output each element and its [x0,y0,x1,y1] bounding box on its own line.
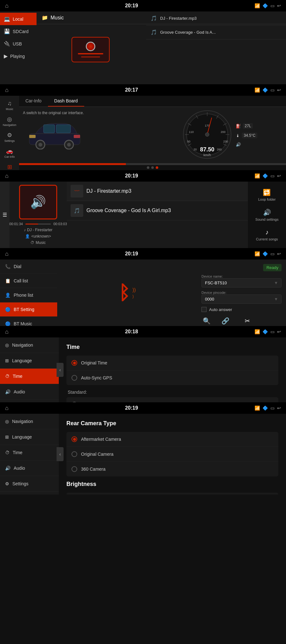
svg-rect-7 [29,135,36,138]
status-icons-1: 📶 🔷 ▭ ↩ [255,3,281,8]
settings-camera-content: Rear Camera Type Aftermarket Camera Orig… [59,414,286,495]
dot-2[interactable] [151,166,154,169]
settings-cam-audio-item[interactable]: 🔊 Audio [0,460,59,476]
bt-menu-btsetting[interactable]: 🔵 BT Setting [0,302,57,317]
nav-item-settings[interactable]: ⚙ Settings [0,130,19,144]
temp-value: 34.5°C [242,133,257,138]
playlist-panel: 〰 DJ - Firestarter.mp3 🎵 Groove Coverage… [67,182,248,248]
cam-time-label: Time [13,450,23,455]
settings-option-aftermarket[interactable]: Aftermarket Camera [66,432,278,447]
home-icon-4[interactable]: ⌂ [5,251,9,257]
home-icon-6[interactable]: ⌂ [5,405,9,412]
dot-1[interactable] [147,166,149,169]
file-item-1[interactable]: 🎵 Groove Coverage - God Is A... [146,25,286,39]
settings-option-auto-sync[interactable]: Auto-Sync GPS [66,370,278,385]
settings-lang-item[interactable]: ⊞ Language [0,353,59,369]
bt-device-name-text: FSC-BT510 [205,280,227,285]
bt-logo: ᛒ )) ) [119,282,136,304]
back-icon-3[interactable]: ↩ [277,173,281,178]
settings-option-original-camera[interactable]: Original Camera [66,447,278,462]
temp-control: 🌡 34.5°C [236,133,257,138]
sidebar-item-usb[interactable]: 🔌 USB [0,38,37,50]
bt-menu-calllist[interactable]: 📋 Call list [0,274,57,288]
bt-pin-scroll-icon: ▼ [274,297,278,301]
bt-menu-phonelist[interactable]: 👤 Phone list [0,288,57,302]
radio-aftermarket [72,436,77,442]
battery-icon-3: ▭ [270,173,275,178]
album-art-image: 🔊 [19,185,57,219]
back-icon-4[interactable]: ↩ [277,251,281,256]
svg-text:110: 110 [189,130,194,134]
settings-option-360-camera[interactable]: 360 Camera [66,462,278,476]
file-list: 🎵 DJ - Firestarter.mp3 🎵 Groove Coverage… [146,11,286,84]
speaker-icon: 🔊 [236,142,241,147]
loop-folder-control[interactable]: 🔁 Loop folder [258,189,276,201]
home-icon-3[interactable]: ⌂ [5,173,9,179]
sidebar-item-sdcard[interactable]: 💾 SDCard [0,25,37,38]
settings-collapse-button[interactable]: ‹ [57,363,64,377]
cam-nav-label: Navigation [12,419,33,424]
back-icon-5[interactable]: ↩ [277,329,281,334]
settings-camera-body: ◎ Navigation ⊞ Language ⏱ Time 🔊 Audio ⚙… [0,414,286,495]
fuel-value: 27L [243,123,253,129]
dot-3[interactable] [156,166,158,169]
stereo-bar [78,53,103,54]
settings-option-original-time[interactable]: Original Time [66,356,278,370]
settings-cam-lang-item[interactable]: ⊞ Language [0,429,59,445]
loop-icon: 🔁 [263,189,271,196]
svg-text:200: 200 [221,130,226,134]
mini-progress-bar[interactable] [25,224,51,225]
settings-time-sidebar: ◎ Navigation ⊞ Language ⏱ Time 🔊 Audio ⚙… [0,337,59,402]
settings-cam-time-item[interactable]: ⏱ Time [0,445,59,460]
current-songs-control[interactable]: ♪ Current songs [256,229,278,241]
sound-settings-control[interactable]: 🔊 Sound settings [255,209,279,221]
playlist-thumb-0: 〰 [71,185,83,197]
back-icon[interactable]: ↩ [277,3,281,8]
playlist-item-1[interactable]: 🎵 Groove Coverage - God Is A Girl.mp3 [67,201,248,220]
svg-rect-5 [44,125,55,133]
nav-item-music[interactable]: ♫ Music [0,98,19,113]
settings-nav-item[interactable]: ◎ Navigation [0,337,59,353]
settings-camera-collapse-button[interactable]: ‹ [57,447,64,461]
speed-value: 87.50 [200,146,214,153]
bt-auto-answer-row[interactable]: Auto answer [201,307,282,312]
nav-item-carinfo[interactable]: 🚗 Car-Info [0,146,19,160]
settings-time-item[interactable]: ⏱ Time [0,369,59,384]
bt-menu-dial[interactable]: 📞 Dial [0,260,57,274]
cam-time-icon: ⏱ [5,450,10,455]
settings-audio-item[interactable]: 🔊 Audio [0,384,59,400]
status-bar-3: ⌂ 20:19 📶 🔷 ▭ ↩ [0,170,286,182]
bluetooth-icon-5: 🔷 [262,329,268,334]
auto-answer-checkbox[interactable] [201,307,207,312]
bt-wave-2: ) [133,294,136,299]
dial-icon: 📞 [5,264,10,269]
brightness-row: Brightness 80 [66,493,278,495]
section-settings-camera: ⌂ 20:19 📶 🔷 ▭ ↩ ◎ Navigation ⊞ Language … [0,402,286,495]
apps-nav-icon: ⊞ [7,163,12,170]
left-nav-sidebar: ♫ Music ◎ Navigation ⚙ Settings 🚗 Car-In… [0,96,19,170]
tab-car-info[interactable]: Car-Info [19,96,48,107]
aftermarket-label: Aftermarket Camera [81,437,121,442]
settings-lang-label: Language [12,358,32,363]
battery-icon: ▭ [270,3,275,8]
nav-navigation-label: Navigation [3,123,17,127]
section-music-player: ⌂ 20:19 📶 🔷 ▭ ↩ ☰ 🔊 00:01:34 00:03:03 [0,170,286,248]
wifi-icon-4: 📶 [255,251,260,256]
home-icon[interactable]: ⌂ [5,3,9,9]
home-icon-5[interactable]: ⌂ [5,329,9,335]
back-icon-6[interactable]: ↩ [277,405,281,411]
sidebar-item-local[interactable]: 💻 Local [0,13,37,25]
sidebar-item-playing[interactable]: ▶ Playing [0,50,37,62]
bt-sidebar: 📞 Dial 📋 Call list 👤 Phone list 🔵 BT Set… [0,260,57,326]
time-5: 20:18 [125,329,138,335]
settings-cam-nav-item[interactable]: ◎ Navigation [0,414,59,429]
home-icon-2[interactable]: ⌂ [5,87,9,93]
speed-display: 87.50 km/h [200,146,214,157]
playlist-item-0[interactable]: 〰 DJ - Firestarter.mp3 [67,182,248,201]
file-item-0[interactable]: 🎵 DJ - Firestarter.mp3 [146,11,286,25]
nav-item-navigation[interactable]: ◎ Navigation [0,114,19,128]
tab-dash-board[interactable]: Dash Board [48,96,84,107]
back-icon-2[interactable]: ↩ [277,87,281,93]
playlist-toggle[interactable]: ☰ [0,182,10,248]
settings-cam-settings-item[interactable]: ⚙ Settings [0,476,59,492]
